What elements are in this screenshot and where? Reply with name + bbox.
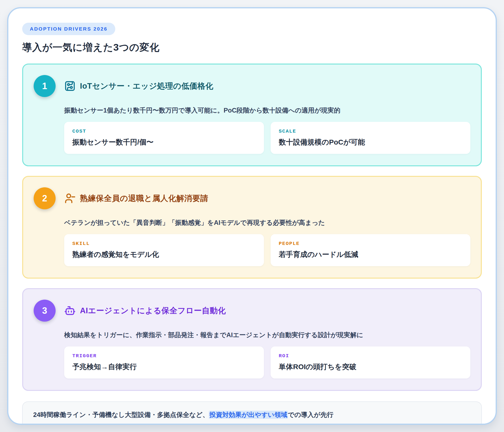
stat-label: ROI xyxy=(279,353,462,359)
footer-text-before: 24時間稼働ライン・予備機なし大型設備・多拠点保全など、 xyxy=(33,411,209,418)
stat-value: 単体ROIの頭打ちを突破 xyxy=(279,362,462,372)
section-title: IoTセンサー・エッジ処理の低価格化 xyxy=(80,81,213,92)
page-title: 導入が一気に増えた3つの変化 xyxy=(22,41,482,54)
section-card-iot: 1 IoTセンサー・エッジ処理の低価格化 振動センサー1個あたり数千円〜数万円で… xyxy=(22,64,482,166)
section-description: ベテランが担っていた「異音判断」「振動感覚」をAIモデルで再現する必要性が高まっ… xyxy=(64,218,470,227)
section-description: 振動センサー1個あたり数千円〜数万円で導入可能に。PoC段階から数十設備への適用… xyxy=(64,106,470,115)
stat-label: SCALE xyxy=(279,129,462,134)
section-title: 熟練保全員の退職と属人化解消要請 xyxy=(80,193,208,204)
stat-value: 若手育成のハードル低減 xyxy=(279,250,462,260)
section-description: 検知結果をトリガーに、作業指示・部品発注・報告までAIエージェントが自動実行する… xyxy=(64,331,470,339)
bot-icon xyxy=(64,305,76,316)
section-card-ai-agent: 3 AIエージェントによる保全フロー自動化 検知結果をトリガーに、作業指示・部品… xyxy=(22,288,482,391)
footer-text-after: での導入が先行 xyxy=(288,411,333,418)
footer-note: 24時間稼働ライン・予備機なし大型設備・多拠点保全など、投資対効果が出やすい領域… xyxy=(22,401,482,425)
stat-label: COST xyxy=(72,129,256,134)
footer-highlight: 投資対効果が出やすい領域 xyxy=(209,411,288,419)
stat-grid: SKILL 熟練者の感覚知をモデル化 PEOPLE 若手育成のハードル低減 xyxy=(64,234,470,266)
stat-value: 熟練者の感覚知をモデル化 xyxy=(72,250,256,260)
user-minus-icon xyxy=(64,193,76,204)
stat-card-skill: SKILL 熟練者の感覚知をモデル化 xyxy=(64,234,264,266)
stat-label: TRIGGER xyxy=(72,353,256,359)
section-header: 1 IoTセンサー・エッジ処理の低価格化 xyxy=(34,75,470,97)
number-badge-1: 1 xyxy=(34,75,56,97)
stat-value: 振動センサー数千円/個〜 xyxy=(72,137,256,147)
number-badge-3: 3 xyxy=(34,300,56,322)
section-card-workforce: 2 熟練保全員の退職と属人化解消要請 ベテランが担っていた「異音判断」「振動感覚… xyxy=(22,176,482,279)
stat-grid: TRIGGER 予兆検知→自律実行 ROI 単体ROIの頭打ちを突破 xyxy=(64,347,470,378)
section-header: 3 AIエージェントによる保全フロー自動化 xyxy=(34,300,470,322)
section-title: AIエージェントによる保全フロー自動化 xyxy=(80,305,226,316)
stat-card-people: PEOPLE 若手育成のハードル低減 xyxy=(271,234,470,266)
stat-label: SKILL xyxy=(72,241,256,246)
section-title-row: IoTセンサー・エッジ処理の低価格化 xyxy=(64,80,213,92)
stat-card-roi: ROI 単体ROIの頭打ちを突破 xyxy=(271,347,470,378)
stat-value: 予兆検知→自律実行 xyxy=(72,362,256,372)
stat-card-cost: COST 振動センサー数千円/個〜 xyxy=(64,122,264,154)
main-card: ADOPTION DRIVERS 2026 導入が一気に増えた3つの変化 1 I… xyxy=(7,7,497,425)
stat-value: 数十設備規模のPoCが可能 xyxy=(279,137,462,147)
circuit-board-icon xyxy=(64,80,76,92)
stat-label: PEOPLE xyxy=(279,241,462,246)
section-title-row: 熟練保全員の退職と属人化解消要請 xyxy=(64,193,208,204)
stat-card-trigger: TRIGGER 予兆検知→自律実行 xyxy=(64,347,264,378)
section-header: 2 熟練保全員の退職と属人化解消要請 xyxy=(34,187,470,209)
section-title-row: AIエージェントによる保全フロー自動化 xyxy=(64,305,226,316)
stat-card-scale: SCALE 数十設備規模のPoCが可能 xyxy=(271,122,470,154)
stat-grid: COST 振動センサー数千円/個〜 SCALE 数十設備規模のPoCが可能 xyxy=(64,122,470,154)
adoption-drivers-badge: ADOPTION DRIVERS 2026 xyxy=(22,23,115,35)
number-badge-2: 2 xyxy=(34,187,56,209)
